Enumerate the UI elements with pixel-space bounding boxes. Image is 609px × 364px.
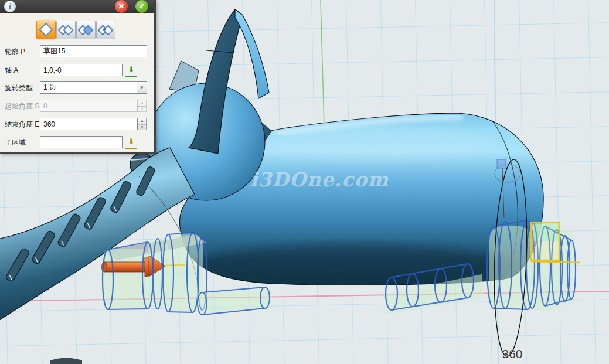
revolve-mode-filled-pair-button[interactable] bbox=[76, 21, 96, 39]
revolve-mode-two-sides-button[interactable] bbox=[56, 21, 76, 39]
end-angle-label: 结束角度 E bbox=[5, 120, 39, 130]
spin-up-icon[interactable]: ▲ bbox=[138, 118, 146, 124]
subregion-label: 子区域 bbox=[5, 138, 26, 148]
angle-drag-handle[interactable] bbox=[497, 159, 506, 168]
start-angle-input bbox=[40, 100, 138, 112]
cancel-button[interactable]: ✕ bbox=[115, 0, 128, 13]
watermark: i3DOne.com i3DOne.com bbox=[250, 168, 390, 192]
svg-text:i3DOne.com: i3DOne.com bbox=[250, 168, 389, 191]
spin-down-icon[interactable]: ▼ bbox=[138, 124, 146, 131]
axis-input[interactable] bbox=[40, 64, 123, 76]
mode-toolbar bbox=[0, 13, 154, 39]
cad-application-window: i3DOne.com i3DOne.com bbox=[0, 0, 609, 364]
single-diamond-icon bbox=[39, 22, 53, 36]
profile-label: 轮廓 P bbox=[5, 47, 25, 57]
revolve-dialog: i ✕ ✓ 轮廓 P bbox=[0, 0, 156, 154]
revolve-type-combo[interactable]: 1 边 ▼ bbox=[40, 81, 147, 94]
start-angle-spinner: ▲ ▼ bbox=[138, 100, 147, 112]
revolve-mode-dot-pair-button[interactable] bbox=[96, 21, 115, 39]
chevron-down-icon[interactable]: ▼ bbox=[137, 82, 147, 93]
dialog-titlebar[interactable]: i ✕ ✓ bbox=[0, 0, 154, 13]
axis-label: 轴 A bbox=[5, 66, 18, 76]
field-row-axis: 轴 A ⬇ bbox=[0, 64, 154, 76]
subregion-pick-from-screen-icon[interactable]: ⬇ bbox=[125, 137, 137, 149]
start-angle-label: 起始角度 S bbox=[5, 101, 39, 111]
end-angle-input[interactable] bbox=[40, 118, 138, 130]
field-row-profile: 轮廓 P bbox=[0, 45, 154, 57]
spin-up-icon: ▲ bbox=[138, 100, 146, 106]
end-angle-spinner[interactable]: ▲ ▼ bbox=[138, 118, 147, 130]
revolve-mode-boss-button[interactable] bbox=[36, 21, 56, 39]
field-row-end-angle: 结束角度 E ▲ ▼ bbox=[0, 118, 154, 130]
axis-pick-from-screen-icon[interactable]: ⬇ bbox=[125, 64, 137, 77]
ok-button[interactable]: ✓ bbox=[135, 0, 148, 13]
revolve-type-label: 旋转类型 bbox=[5, 83, 33, 93]
spin-down-icon: ▼ bbox=[138, 106, 146, 113]
field-row-subregion: 子区域 ⬇ bbox=[0, 136, 154, 148]
info-icon: i bbox=[4, 1, 16, 12]
angle-value-label: 360 bbox=[502, 347, 522, 360]
profile-input[interactable] bbox=[40, 45, 147, 57]
subregion-input[interactable] bbox=[40, 136, 123, 148]
field-row-start-angle: 起始角度 S ▲ ▼ bbox=[0, 100, 154, 112]
revolve-type-value: 1 边 bbox=[43, 83, 56, 91]
field-row-revolve-type: 旋转类型 1 边 ▼ bbox=[0, 81, 154, 94]
